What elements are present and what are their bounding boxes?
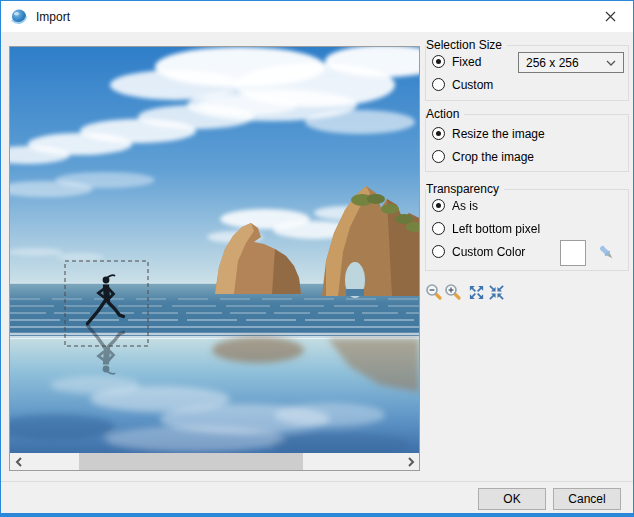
radio-left-bottom-pixel-control[interactable] — [432, 222, 445, 235]
window-title: Import — [36, 10, 70, 24]
color-picker-button[interactable] — [594, 240, 618, 264]
radio-custom-color-control[interactable] — [432, 245, 445, 258]
radio-fixed-label: Fixed — [452, 55, 481, 69]
radio-left-bottom-pixel[interactable]: Left bottom pixel — [432, 221, 628, 236]
radio-custom-control[interactable] — [432, 78, 445, 91]
selection-size-group: Selection Size Fixed Custom 256 x 256 — [425, 45, 629, 101]
zoom-actual-size-button[interactable] — [487, 283, 505, 301]
ok-button[interactable]: OK — [478, 488, 546, 510]
zoom-out-icon — [425, 283, 443, 301]
zoom-in-button[interactable] — [444, 283, 462, 301]
window-bottom-border — [1, 513, 633, 516]
image-preview-panel — [9, 46, 420, 471]
radio-custom-label: Custom — [452, 78, 493, 92]
size-dropdown-value: 256 x 256 — [526, 56, 606, 70]
app-logo-icon — [10, 8, 28, 26]
transparency-label: Transparency — [426, 182, 504, 197]
radio-resize[interactable]: Resize the image — [432, 126, 628, 141]
radio-crop-label: Crop the image — [452, 150, 534, 164]
close-icon — [605, 11, 616, 22]
radio-custom-color-label: Custom Color — [452, 245, 525, 259]
radio-as-is-label: As is — [452, 199, 478, 213]
radio-fixed-control[interactable] — [432, 55, 445, 68]
collapse-arrows-icon — [488, 284, 505, 301]
radio-crop[interactable]: Crop the image — [432, 149, 628, 164]
radio-as-is[interactable]: As is — [432, 198, 628, 213]
title-bar: Import — [1, 1, 633, 32]
chevron-left-icon — [15, 457, 23, 467]
horizontal-scrollbar[interactable] — [10, 453, 419, 470]
radio-left-bottom-pixel-label: Left bottom pixel — [452, 222, 540, 236]
selection-size-label: Selection Size — [426, 38, 507, 53]
chevron-down-icon — [606, 60, 616, 66]
footer-divider — [1, 481, 633, 482]
cancel-button[interactable]: Cancel — [553, 488, 621, 510]
radio-crop-control[interactable] — [432, 150, 445, 163]
action-label: Action — [426, 107, 464, 122]
radio-resize-control[interactable] — [432, 127, 445, 140]
expand-arrows-icon — [468, 284, 485, 301]
radio-as-is-control[interactable] — [432, 199, 445, 212]
action-group: Action Resize the image Crop the image — [425, 114, 629, 172]
radio-custom[interactable]: Custom — [432, 77, 628, 92]
preview-image[interactable] — [10, 47, 419, 453]
scroll-left-button[interactable] — [10, 453, 27, 470]
scrollbar-thumb[interactable] — [79, 453, 303, 470]
chevron-right-icon — [407, 457, 415, 467]
size-dropdown[interactable]: 256 x 256 — [518, 52, 624, 73]
scroll-right-button[interactable] — [402, 453, 419, 470]
custom-color-swatch[interactable] — [560, 240, 586, 266]
close-button[interactable] — [588, 1, 633, 32]
eyedropper-icon — [596, 242, 616, 262]
zoom-out-button[interactable] — [425, 283, 443, 301]
zoom-toolbar — [1, 283, 634, 301]
zoom-fit-button[interactable] — [467, 283, 485, 301]
zoom-in-icon — [444, 283, 462, 301]
import-dialog: Import — [0, 0, 634, 517]
transparency-group: Transparency As is Left bottom pixel Cus… — [425, 189, 629, 271]
radio-resize-label: Resize the image — [452, 127, 545, 141]
